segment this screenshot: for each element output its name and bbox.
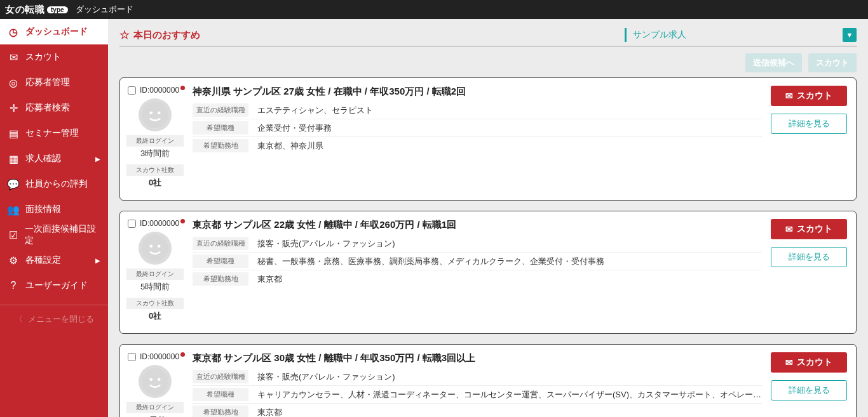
dropdown-icon[interactable]: ▼: [843, 28, 857, 42]
desired-job-value: キャリアカウンセラー、人材・派遣コーディネーター、コールセンター運営、スーパーバ…: [257, 389, 762, 400]
nav-icon: ▤: [8, 128, 19, 140]
nav-icon: ☑: [8, 229, 18, 241]
candidate-title: 東京都 サンプル区 22歳 女性 / 離職中 / 年収260万円 / 転職1回: [193, 219, 762, 231]
sidebar-item-label: セミナー管理: [25, 128, 79, 139]
nav-icon: 👥: [8, 204, 19, 216]
star-icon: ☆: [119, 28, 130, 42]
recent-exp-value: 接客・販売(アパレル・ファッション): [257, 238, 395, 249]
card-actions: ✉スカウト 詳細を見る: [771, 352, 847, 417]
svg-point-5: [158, 245, 161, 248]
svg-point-6: [142, 368, 168, 395]
mail-icon: ✉: [785, 91, 793, 101]
sidebar-item-label: 各種設定: [25, 255, 61, 266]
sidebar-item-7[interactable]: 👥面接情報: [0, 197, 108, 222]
scout-count-label: スカウト社数: [126, 164, 184, 176]
desired-loc-value: 東京都: [257, 274, 282, 285]
desired-loc-value: 東京都、神奈川県: [257, 140, 323, 152]
candidate-card: ID:0000000 最終ログイン 3時間前 スカウト社数 0社 神奈川県 サン…: [119, 77, 857, 201]
last-login-label: 最終ログイン: [126, 268, 184, 280]
main-header: ☆ 本日のおすすめ サンプル求人 ▼: [119, 28, 857, 47]
candidate-id: ID:0000000: [140, 219, 179, 228]
main-content: ☆ 本日のおすすめ サンプル求人 ▼ 送信候補へ スカウト ID:0000000…: [108, 19, 868, 417]
card-center: 東京都 サンプル区 22歳 女性 / 離職中 / 年収260万円 / 転職1回 …: [193, 219, 762, 326]
sidebar-item-label: 求人確認: [25, 153, 61, 164]
desired-loc-label: 希望勤務地: [193, 139, 248, 152]
section-title: ☆ 本日のおすすめ: [119, 28, 200, 42]
svg-point-0: [142, 102, 168, 128]
card-left: ID:0000000 最終ログイン 1日前 スカウト社数 0社: [126, 352, 184, 417]
detail-button[interactable]: 詳細を見る: [771, 247, 847, 267]
sidebar-item-label: 面接情報: [25, 204, 61, 215]
nav-icon: ◷: [8, 26, 19, 38]
recent-exp-label: 直近の経験職種: [193, 103, 248, 117]
last-login-value: 5時間前: [126, 280, 184, 296]
nav-icon: ▦: [8, 153, 19, 165]
chevron-left-icon: 〈: [15, 314, 23, 325]
new-dot-icon: [180, 86, 185, 90]
sidebar-item-9[interactable]: ⚙各種設定▶: [0, 248, 108, 273]
detail-button[interactable]: 詳細を見る: [771, 380, 847, 400]
candidate-card: ID:0000000 最終ログイン 1日前 スカウト社数 0社 東京都 サンプル…: [119, 344, 857, 417]
sidebar-item-4[interactable]: ▤セミナー管理: [0, 121, 108, 146]
sidebar-item-3[interactable]: ✛応募者検索: [0, 95, 108, 121]
svg-point-1: [149, 112, 153, 115]
last-login-label: 最終ログイン: [126, 402, 184, 413]
sidebar-item-label: ユーザーガイド: [25, 280, 88, 291]
sidebar-item-8[interactable]: ☑一次面接候補日設定: [0, 222, 108, 248]
sidebar-item-label: 応募者管理: [25, 77, 70, 88]
new-dot-icon: [180, 219, 185, 223]
mail-icon: ✉: [785, 224, 793, 234]
candidate-id: ID:0000000: [140, 352, 179, 361]
select-checkbox[interactable]: [128, 86, 136, 95]
candidate-title: 東京都 サンプル区 30歳 女性 / 離職中 / 年収350万円 / 転職3回以…: [193, 352, 762, 364]
sidebar-close[interactable]: 〈メニューを閉じる: [0, 305, 108, 333]
scout-button[interactable]: ✉スカウト: [771, 352, 847, 373]
sidebar-item-1[interactable]: ✉スカウト: [0, 44, 108, 70]
nav-icon: 💬: [8, 178, 19, 190]
desired-job-label: 希望職種: [193, 255, 248, 268]
svg-point-7: [149, 378, 153, 381]
scout-count-value: 0社: [126, 176, 184, 192]
sidebar-item-2[interactable]: ◎応募者管理: [0, 70, 108, 95]
sidebar-item-5[interactable]: ▦求人確認▶: [0, 146, 108, 171]
svg-point-3: [142, 235, 168, 261]
nav-icon: ⚙: [8, 255, 19, 267]
scout-button[interactable]: ✉スカウト: [771, 86, 847, 106]
last-login-value: 3時間前: [126, 147, 184, 163]
scout-button[interactable]: ✉スカウト: [771, 219, 847, 239]
desired-job-label: 希望職種: [193, 388, 248, 401]
candidate-title: 神奈川県 サンプル区 27歳 女性 / 在職中 / 年収350万円 / 転職2回: [193, 86, 762, 98]
sidebar-item-label: ダッシュボード: [25, 26, 88, 37]
desired-loc-label: 希望勤務地: [193, 272, 248, 286]
sidebar-item-label: 社員からの評判: [25, 178, 88, 190]
new-dot-icon: [180, 352, 185, 357]
card-left: ID:0000000 最終ログイン 5時間前 スカウト社数 0社: [126, 219, 184, 326]
bulk-scout-button: スカウト: [808, 53, 857, 72]
scout-count-label: スカウト社数: [126, 298, 184, 309]
detail-button[interactable]: 詳細を見る: [771, 114, 847, 134]
card-center: 東京都 サンプル区 30歳 女性 / 離職中 / 年収350万円 / 転職3回以…: [193, 352, 762, 417]
sidebar: ◷ダッシュボード✉スカウト◎応募者管理✛応募者検索▤セミナー管理▦求人確認▶💬社…: [0, 19, 108, 417]
recent-exp-label: 直近の経験職種: [193, 370, 248, 383]
bulk-send-candidates-button: 送信候補へ: [745, 53, 802, 72]
avatar: [139, 232, 172, 265]
card-actions: ✉スカウト 詳細を見る: [771, 219, 847, 326]
nav-icon: ✉: [8, 51, 19, 63]
recent-exp-value: エステティシャン、セラピスト: [257, 105, 373, 116]
sample-job-select[interactable]: サンプル求人 ▼: [625, 28, 857, 42]
candidate-id: ID:0000000: [140, 86, 179, 95]
nav-icon: ✛: [8, 102, 19, 114]
chevron-right-icon: ▶: [95, 156, 100, 162]
sidebar-item-label: 応募者検索: [25, 102, 70, 114]
candidate-card: ID:0000000 最終ログイン 5時間前 スカウト社数 0社 東京都 サンプ…: [119, 211, 857, 334]
bulk-action-row: 送信候補へ スカウト: [119, 53, 857, 72]
sidebar-item-6[interactable]: 💬社員からの評判: [0, 171, 108, 197]
select-checkbox[interactable]: [128, 353, 136, 361]
sidebar-item-10[interactable]: ?ユーザーガイド: [0, 273, 108, 298]
svg-point-8: [158, 378, 161, 381]
recent-exp-label: 直近の経験職種: [193, 237, 248, 250]
chevron-right-icon: ▶: [95, 257, 100, 264]
nav-icon: ◎: [8, 77, 19, 89]
sidebar-item-0[interactable]: ◷ダッシュボード: [0, 19, 108, 44]
select-checkbox[interactable]: [128, 220, 136, 228]
